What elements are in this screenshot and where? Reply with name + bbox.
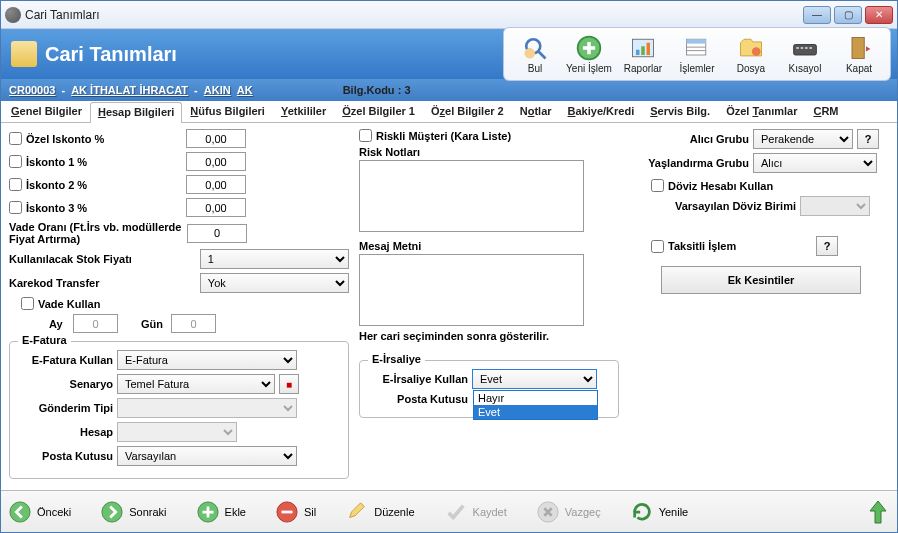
risk-notlari-textarea[interactable] [359, 160, 584, 232]
shortcut-button[interactable]: Kısayol [778, 32, 832, 76]
chart-icon [629, 34, 657, 62]
new-button[interactable]: Yeni İşlem [562, 32, 616, 76]
svg-rect-14 [796, 47, 799, 49]
tab-genel-bilgiler[interactable]: Genel Bilgiler [3, 101, 90, 122]
cancel-button: Vazgeç [537, 501, 601, 523]
doviz-hesabi-label: Döviz Hesabı Kullan [668, 180, 773, 192]
tab-ozel-tanimlar[interactable]: Özel Tanımlar [718, 101, 805, 122]
taksitli-help-button[interactable]: ? [816, 236, 838, 256]
efatura-kullan-label: E-Fatura Kullan [18, 354, 113, 366]
ek-kesintiler-button[interactable]: Ek Kesintiler [661, 266, 861, 294]
yaslandirma-select[interactable]: Alıcı [753, 153, 877, 173]
window-title: Cari Tanımları [25, 8, 803, 22]
ozel-iskonto-label: Özel Iskonto % [26, 133, 186, 145]
plus-small-icon [197, 501, 219, 523]
vars-doviz-select [800, 196, 870, 216]
dd-option-hayir[interactable]: Hayır [474, 391, 597, 405]
riskli-musteri-label: Riskli Müşteri (Kara Liste) [376, 130, 511, 142]
page-title: Cari Tanımları [45, 43, 177, 66]
svg-point-20 [102, 501, 122, 521]
tab-notlar[interactable]: Notlar [512, 101, 560, 122]
stok-fiyati-label: Kullanılacak Stok Fiyatı [9, 253, 200, 265]
iskonto2-check[interactable] [9, 178, 22, 191]
plus-icon [575, 34, 603, 62]
stok-fiyati-select[interactable]: 1 [200, 249, 349, 269]
iskonto2-label: İskonto 2 % [26, 179, 186, 191]
vade-kullan-check[interactable] [21, 297, 34, 310]
find-button[interactable]: Bul [508, 32, 562, 76]
mesaj-metni-textarea[interactable] [359, 254, 584, 326]
gun-input[interactable] [171, 314, 216, 333]
record-name1: AK İTHALAT İHRACAT [71, 84, 188, 96]
eirsaliye-dropdown-list[interactable]: Hayır Evet [473, 390, 598, 420]
alici-grubu-help-button[interactable]: ? [857, 129, 879, 149]
operations-button[interactable]: İşlemler [670, 32, 724, 76]
iskonto1-check[interactable] [9, 155, 22, 168]
eirsaliye-posta-label: Posta Kutusu [368, 393, 468, 405]
svg-rect-5 [636, 50, 640, 55]
x-icon [537, 501, 559, 523]
tab-crm[interactable]: CRM [805, 101, 846, 122]
ay-input[interactable] [73, 314, 118, 333]
add-button[interactable]: Ekle [197, 501, 246, 523]
risk-notlari-label: Risk Notları [359, 146, 639, 158]
eirsaliye-kullan-label: E-İrsaliye Kullan [368, 373, 468, 385]
svg-point-12 [752, 47, 761, 56]
iskonto3-label: İskonto 3 % [26, 202, 186, 214]
riskli-musteri-check[interactable] [359, 129, 372, 142]
alici-grubu-select[interactable]: Perakende [753, 129, 853, 149]
edit-button[interactable]: Düzenle [346, 501, 414, 523]
close-button[interactable]: ✕ [865, 6, 893, 24]
posta-kutusu-label: Posta Kutusu [18, 450, 113, 462]
vade-kullan-label: Vade Kullan [38, 298, 100, 310]
reports-button[interactable]: Raporlar [616, 32, 670, 76]
prev-button[interactable]: Önceki [9, 501, 71, 523]
yaslandirma-label: Yaşlandırma Grubu [641, 157, 749, 169]
taksitli-check[interactable] [651, 240, 664, 253]
eirsaliye-legend: E-İrsaliye [368, 353, 425, 365]
svg-point-2 [525, 48, 536, 59]
tab-hesap-bilgileri[interactable]: Hesap Bilgileri [90, 102, 182, 123]
efatura-kullan-select[interactable]: E-Fatura [117, 350, 297, 370]
refresh-button[interactable]: Yenile [631, 501, 689, 523]
vade-orani-input[interactable] [187, 224, 247, 243]
ozel-iskonto-input[interactable] [186, 129, 246, 148]
gonderim-tipi-label: Gönderim Tipi [18, 402, 113, 414]
file-button[interactable]: Dosya [724, 32, 778, 76]
iskonto3-check[interactable] [9, 201, 22, 214]
senaryo-select[interactable]: Temel Fatura [117, 374, 275, 394]
svg-rect-9 [687, 39, 706, 43]
tab-servis-bilg[interactable]: Servis Bilg. [642, 101, 718, 122]
tab-ozel-bilgiler-1[interactable]: Özel Bilgiler 1 [334, 101, 423, 122]
vade-orani-label: Vade Oranı (Ft.İrs vb. modüllerde Fiyat … [9, 221, 187, 245]
hesap-select [117, 422, 237, 442]
iskonto1-input[interactable] [186, 152, 246, 171]
scroll-top-button[interactable] [867, 499, 889, 525]
karekod-select[interactable]: Yok [200, 273, 349, 293]
dd-option-evet[interactable]: Evet [474, 405, 597, 419]
tab-ozel-bilgiler-2[interactable]: Özel Bilgiler 2 [423, 101, 512, 122]
tab-yetkililer[interactable]: Yetkililer [273, 101, 334, 122]
header-logo-icon [11, 41, 37, 67]
iskonto2-input[interactable] [186, 175, 246, 194]
tab-bakiye-kredi[interactable]: Bakiye/Kredi [560, 101, 643, 122]
svg-rect-18 [852, 38, 864, 59]
next-button[interactable]: Sonraki [101, 501, 166, 523]
keyboard-icon [791, 34, 819, 62]
eirsaliye-kullan-select[interactable]: Evet [472, 369, 597, 389]
arrow-right-icon [101, 501, 123, 523]
footer-toolbar: Önceki Sonraki Ekle Sil Düzenle Kaydet V… [1, 490, 897, 532]
svg-rect-15 [801, 47, 804, 49]
ozel-iskonto-check[interactable] [9, 132, 22, 145]
minimize-button[interactable]: — [803, 6, 831, 24]
search-icon [521, 34, 549, 62]
posta-kutusu-select[interactable]: Varsayılan [117, 446, 297, 466]
iskonto3-input[interactable] [186, 198, 246, 217]
maximize-button[interactable]: ▢ [834, 6, 862, 24]
senaryo-stop-button[interactable]: ■ [279, 374, 299, 394]
record-name3: AK [237, 84, 253, 96]
tab-nufus-bilgileri[interactable]: Nüfus Bilgileri [182, 101, 273, 122]
doviz-hesabi-check[interactable] [651, 179, 664, 192]
delete-button[interactable]: Sil [276, 501, 316, 523]
exit-button[interactable]: Kapat [832, 32, 886, 76]
